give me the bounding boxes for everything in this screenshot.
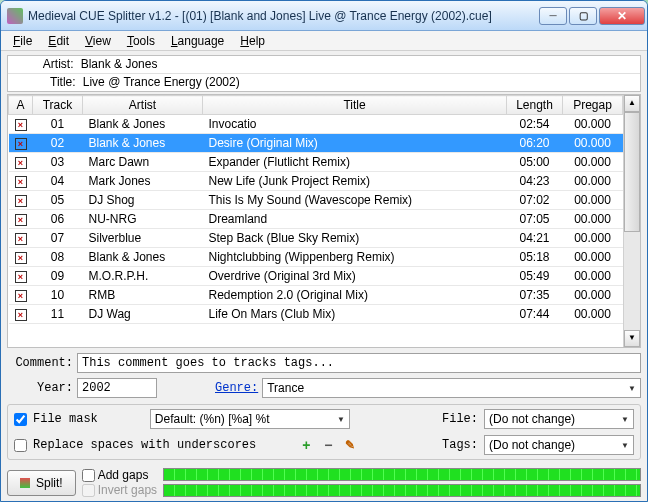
cell-artist: Blank & Jones (83, 248, 203, 267)
table-row[interactable]: ×01Blank & JonesInvocatio02:5400.000 (9, 115, 623, 134)
minimize-button[interactable]: ─ (539, 7, 567, 25)
scroll-up-button[interactable]: ▲ (624, 95, 640, 112)
col-length[interactable]: Length (507, 96, 563, 115)
action-icon[interactable]: × (15, 233, 27, 245)
comment-label: Comment: (7, 356, 73, 370)
cell-length: 07:35 (507, 286, 563, 305)
cell-pregap: 00.000 (563, 229, 623, 248)
tags-value: (Do not change) (489, 438, 575, 452)
action-icon[interactable]: × (15, 271, 27, 283)
filemask-combo[interactable]: Default: (%n) [%a] %t▼ (150, 409, 350, 429)
close-button[interactable]: ✕ (599, 7, 645, 25)
action-icon[interactable]: × (15, 195, 27, 207)
cell-title: Step Back (Blue Sky Remix) (203, 229, 507, 248)
menu-help[interactable]: Help (232, 32, 273, 50)
cell-artist: RMB (83, 286, 203, 305)
cell-length: 04:23 (507, 172, 563, 191)
titlebar[interactable]: Medieval CUE Splitter v1.2 - [(01) [Blan… (1, 1, 647, 31)
track-table: A Track Artist Title Length Pregap ×01Bl… (7, 94, 641, 348)
filemask-checkbox[interactable] (14, 413, 27, 426)
table-row[interactable]: ×04Mark JonesNew Life (Junk Project Remi… (9, 172, 623, 191)
menu-view[interactable]: View (77, 32, 119, 50)
chevron-down-icon: ▼ (337, 415, 345, 424)
menu-file[interactable]: File (5, 32, 40, 50)
cell-length: 02:54 (507, 115, 563, 134)
action-icon[interactable]: × (15, 214, 27, 226)
table-row[interactable]: ×05DJ ShogThis Is My Sound (Wavescope Re… (9, 191, 623, 210)
file-label: File: (442, 412, 478, 426)
table-row[interactable]: ×02Blank & JonesDesire (Original Mix)06:… (9, 134, 623, 153)
table-row[interactable]: ×07SilverblueStep Back (Blue Sky Remix)0… (9, 229, 623, 248)
genre-combo[interactable]: Trance▼ (262, 378, 641, 398)
title-label: Title: (50, 75, 76, 89)
col-a[interactable]: A (9, 96, 33, 115)
table-row[interactable]: ×08Blank & JonesNightclubbing (Wippenber… (9, 248, 623, 267)
vertical-scrollbar[interactable]: ▲ ▼ (623, 95, 640, 347)
replace-spaces-checkbox[interactable] (14, 439, 27, 452)
chevron-down-icon: ▼ (628, 384, 636, 393)
cell-track: 10 (33, 286, 83, 305)
invert-gaps-checkbox (82, 484, 95, 497)
col-artist[interactable]: Artist (83, 96, 203, 115)
edit-icon[interactable]: ✎ (342, 437, 358, 453)
cell-pregap: 00.000 (563, 305, 623, 324)
filemask-label: File mask (33, 412, 98, 426)
cell-pregap: 00.000 (563, 134, 623, 153)
action-icon[interactable]: × (15, 176, 27, 188)
cell-artist: Blank & Jones (83, 115, 203, 134)
filemask-value: Default: (%n) [%a] %t (155, 412, 270, 426)
table-row[interactable]: ×06NU-NRGDreamland07:0500.000 (9, 210, 623, 229)
action-icon[interactable]: × (15, 138, 27, 150)
action-icon[interactable]: × (15, 252, 27, 264)
cell-pregap: 00.000 (563, 248, 623, 267)
table-row[interactable]: ×09M.O.R.P.H.Overdrive (Original 3rd Mix… (9, 267, 623, 286)
maximize-button[interactable]: ▢ (569, 7, 597, 25)
title-value: Live @ Trance Energy (2002) (83, 75, 240, 89)
table-row[interactable]: ×03Marc DawnExpander (Flutlicht Remix)05… (9, 153, 623, 172)
col-pregap[interactable]: Pregap (563, 96, 623, 115)
col-title[interactable]: Title (203, 96, 507, 115)
scroll-thumb[interactable] (624, 112, 640, 232)
split-button[interactable]: Split! (7, 470, 76, 496)
cell-pregap: 00.000 (563, 153, 623, 172)
menu-language[interactable]: Language (163, 32, 232, 50)
cell-title: Life On Mars (Club Mix) (203, 305, 507, 324)
table-row[interactable]: ×11DJ WagLife On Mars (Club Mix)07:4400.… (9, 305, 623, 324)
tags-combo[interactable]: (Do not change)▼ (484, 435, 634, 455)
file-combo[interactable]: (Do not change)▼ (484, 409, 634, 429)
cell-pregap: 00.000 (563, 191, 623, 210)
cell-title: Expander (Flutlicht Remix) (203, 153, 507, 172)
cell-title: Invocatio (203, 115, 507, 134)
cell-track: 02 (33, 134, 83, 153)
cell-artist: Silverblue (83, 229, 203, 248)
comment-input[interactable] (77, 353, 641, 373)
cell-artist: NU-NRG (83, 210, 203, 229)
cell-title: Redemption 2.0 (Original Mix) (203, 286, 507, 305)
cell-track: 04 (33, 172, 83, 191)
remove-icon[interactable]: − (320, 437, 336, 453)
options-group: File mask Default: (%n) [%a] %t▼ File: (… (7, 404, 641, 460)
scroll-down-button[interactable]: ▼ (624, 330, 640, 347)
add-gaps-checkbox[interactable] (82, 469, 95, 482)
cell-length: 07:44 (507, 305, 563, 324)
action-icon[interactable]: × (15, 157, 27, 169)
cell-track: 06 (33, 210, 83, 229)
genre-link[interactable]: Genre: (215, 381, 258, 395)
artist-value: Blank & Jones (81, 57, 158, 71)
menu-edit[interactable]: Edit (40, 32, 77, 50)
menu-tools[interactable]: Tools (119, 32, 163, 50)
col-track[interactable]: Track (33, 96, 83, 115)
cell-pregap: 00.000 (563, 267, 623, 286)
year-input[interactable] (77, 378, 157, 398)
action-icon[interactable]: × (15, 290, 27, 302)
app-icon (7, 8, 23, 24)
artist-label: Artist: (43, 57, 74, 71)
cell-pregap: 00.000 (563, 210, 623, 229)
cell-length: 05:00 (507, 153, 563, 172)
add-icon[interactable]: + (298, 437, 314, 453)
cell-pregap: 00.000 (563, 115, 623, 134)
action-icon[interactable]: × (15, 119, 27, 131)
menubar: File Edit View Tools Language Help (1, 31, 647, 51)
table-row[interactable]: ×10RMBRedemption 2.0 (Original Mix)07:35… (9, 286, 623, 305)
action-icon[interactable]: × (15, 309, 27, 321)
